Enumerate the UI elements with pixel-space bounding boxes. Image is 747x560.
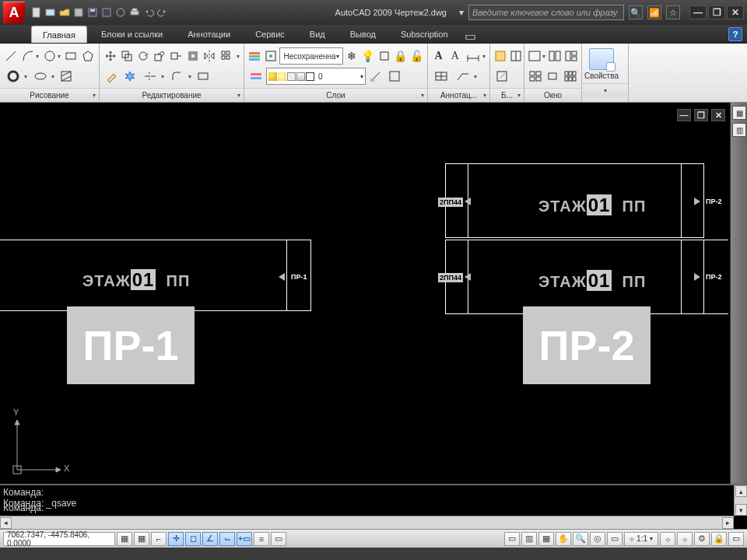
quick-view-drawings[interactable]: ▦	[538, 532, 554, 546]
doc-close-button[interactable]: ✕	[711, 109, 725, 121]
infocenter-search-input[interactable]: Введите ключевое слово или фразу	[468, 5, 624, 20]
autoscale-toggle[interactable]: ⟐	[677, 532, 693, 546]
new-icon[interactable]	[30, 5, 44, 19]
undo-icon[interactable]	[142, 5, 156, 19]
viewport-six-button[interactable]	[563, 68, 578, 85]
publish-icon[interactable]	[72, 5, 86, 19]
copy-button[interactable]	[119, 47, 134, 65]
donut-button[interactable]	[3, 68, 23, 85]
mirror-button[interactable]	[202, 47, 216, 65]
move-button[interactable]	[103, 47, 117, 65]
panel-modify-title[interactable]: Редактирование▾	[100, 88, 244, 102]
plot-preview-icon[interactable]	[114, 5, 128, 19]
scroll-right-icon[interactable]: ▸	[722, 517, 734, 529]
layer-properties-button[interactable]	[247, 47, 262, 65]
layer-states-button[interactable]	[264, 47, 279, 65]
command-vertical-scrollbar[interactable]: ▴ ▾	[734, 485, 747, 516]
tab-output[interactable]: Вывод	[339, 26, 387, 43]
output-tray-icon[interactable]: ▭	[462, 29, 479, 43]
panel-annotate-title[interactable]: Аннотац...▾	[428, 88, 489, 102]
current-layer-dropdown[interactable]: 0 ▾	[266, 68, 366, 85]
annotation-visibility-toggle[interactable]: ⟐	[660, 532, 675, 546]
viewport-single-button[interactable]	[528, 47, 542, 65]
ellipse-button[interactable]	[30, 68, 51, 85]
trim-button[interactable]	[140, 68, 160, 85]
scale-button[interactable]	[153, 47, 167, 65]
sheet-icon[interactable]	[44, 5, 58, 19]
clean-screen-toggle[interactable]: ▭	[728, 532, 744, 546]
sheet-set-button[interactable]: ▥	[732, 123, 746, 137]
search-button[interactable]: 🔍	[629, 5, 643, 19]
tool-palettes-button[interactable]: ▦	[732, 106, 746, 120]
tab-annotations[interactable]: Аннотации	[177, 26, 241, 43]
command-input[interactable]: Команда:	[3, 501, 731, 515]
tab-home[interactable]: Главная	[31, 26, 87, 43]
dyn-toggle[interactable]: +▭	[237, 532, 252, 546]
save-icon[interactable]	[86, 5, 100, 19]
layer-freeze-button[interactable]: ❄	[345, 47, 359, 65]
coordinates-display[interactable]: 7062.7347, -4475.8406, 0.0000	[3, 532, 115, 546]
layer-lock-button[interactable]: 🔒	[393, 47, 408, 65]
tab-view[interactable]: Вид	[299, 26, 336, 43]
mtext-button[interactable]: A	[431, 47, 446, 65]
comm-center-button[interactable]: 📶	[647, 5, 661, 19]
zoom-button[interactable]: 🔍	[573, 532, 588, 546]
lwt-toggle[interactable]: ≡	[254, 532, 269, 546]
plot-icon[interactable]	[128, 5, 142, 19]
ducs-toggle[interactable]: ⌙	[219, 532, 235, 546]
create-block-button[interactable]	[509, 47, 523, 65]
tab-subscription[interactable]: Subscription	[390, 26, 459, 43]
ortho-toggle[interactable]: ⌐	[151, 532, 167, 546]
tab-blocks[interactable]: Блоки и ссылки	[90, 26, 174, 43]
fillet-button[interactable]	[167, 68, 188, 85]
layer-state-dropdown[interactable]: Несохраненна▾	[279, 47, 342, 65]
table-button[interactable]	[431, 68, 451, 85]
redo-icon[interactable]	[156, 5, 170, 19]
layer-match-button[interactable]	[367, 68, 384, 85]
help-button[interactable]: ?	[728, 27, 742, 41]
offset-button[interactable]	[185, 47, 200, 65]
panel-layers-title[interactable]: Слои▾	[244, 88, 427, 102]
dimension-button[interactable]	[464, 47, 482, 65]
viewport-four-button[interactable]	[528, 68, 543, 85]
steering-wheel-button[interactable]: ◎	[590, 532, 605, 546]
layer-off-button[interactable]: 💡	[360, 47, 375, 65]
command-window[interactable]: Команда: Команда: _qsave Команда: ▴ ▾ ◂ …	[0, 484, 747, 529]
explode-button[interactable]	[121, 68, 139, 85]
osnap-toggle[interactable]: ◻	[185, 532, 201, 546]
maximize-button[interactable]: ❐	[708, 5, 725, 19]
saveas-icon[interactable]	[100, 5, 114, 19]
viewport-two-button[interactable]	[548, 47, 562, 65]
erase-button[interactable]	[103, 68, 120, 85]
otrack-toggle[interactable]: ∠	[202, 532, 218, 546]
leader-button[interactable]	[453, 68, 473, 85]
minimize-button[interactable]: —	[689, 5, 707, 19]
array-button[interactable]	[218, 47, 236, 65]
layer-unlock-button[interactable]: 🔓	[409, 47, 424, 65]
viewport-clip-button[interactable]	[545, 68, 560, 85]
hatch-button[interactable]	[58, 68, 75, 85]
polar-toggle[interactable]: ✛	[168, 532, 184, 546]
panel-properties-expand[interactable]: ▾	[582, 83, 628, 97]
qp-toggle[interactable]: ▭	[271, 532, 286, 546]
edit-block-button[interactable]	[493, 68, 510, 85]
circle-button[interactable]	[42, 47, 58, 65]
arc-button[interactable]	[20, 47, 36, 65]
panel-draw-title[interactable]: Рисование▾	[0, 88, 99, 102]
tab-tools[interactable]: Сервис	[244, 26, 296, 43]
stretch-button[interactable]	[169, 47, 184, 65]
scroll-left-icon[interactable]: ◂	[0, 517, 12, 529]
panel-window-title[interactable]: Окно	[524, 88, 581, 102]
pan-button[interactable]: ✋	[556, 532, 571, 546]
model-toggle[interactable]: ▭	[504, 532, 520, 546]
favorites-button[interactable]: ☆	[666, 5, 680, 19]
scroll-up-icon[interactable]: ▴	[735, 485, 747, 497]
snap-toggle[interactable]: ▦	[117, 532, 132, 546]
showmotion-button[interactable]: ▭	[607, 532, 622, 546]
rectangle-button[interactable]	[64, 47, 79, 65]
layer-previous-button[interactable]	[247, 68, 265, 85]
workspace-switching-button[interactable]: ⚙	[694, 532, 710, 546]
doc-restore-button[interactable]: ❐	[694, 109, 708, 121]
insert-block-button[interactable]	[493, 47, 507, 65]
grid-toggle[interactable]: ▦	[134, 532, 149, 546]
